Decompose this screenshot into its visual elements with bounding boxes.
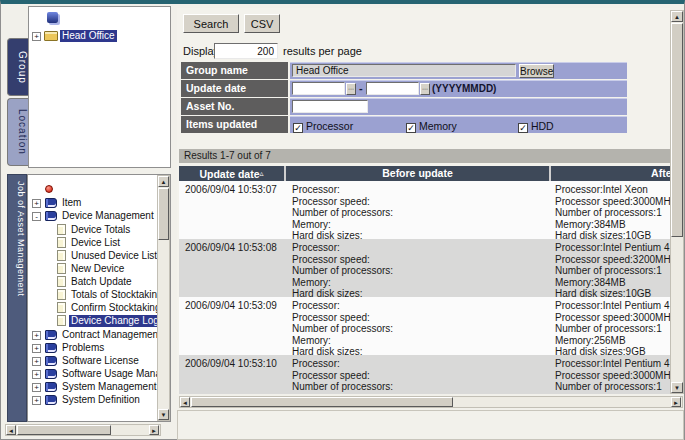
cell-after-update: Processor:Intel XeonProcessor speed:3000… [551, 181, 671, 239]
scroll-right-icon[interactable]: ► [671, 397, 681, 407]
asset-no-label: Asset No. [181, 98, 288, 115]
cell-before-update: Processor:Processor speed: Number of pro… [286, 239, 551, 297]
group-tree-panel: + Head Office [28, 6, 171, 168]
column-header-before-update[interactable]: Before update [286, 166, 551, 181]
book-icon [45, 198, 57, 208]
scroll-up-icon[interactable]: ▲ [158, 176, 169, 187]
group-tree-node-head-office[interactable]: Head Office [60, 30, 117, 42]
cell-update-date: 2006/09/04 10:53:08 [179, 239, 286, 297]
asset-no-row [290, 98, 627, 115]
collapse-icon[interactable]: - [32, 212, 41, 221]
items-updated-row: ✓ Processor ✓ Memory ✓ HDD [290, 116, 627, 133]
expand-icon[interactable]: + [32, 199, 41, 208]
folder-icon [44, 31, 58, 41]
cell-after-update: Processor:Intel Pentium 4Processor speed… [551, 355, 671, 394]
checkbox-processor-label: Processor [306, 120, 353, 132]
tree-item[interactable]: Software License [60, 355, 141, 367]
scroll-up-icon[interactable]: ▲ [671, 11, 683, 22]
cell-after-update: Processor:Intel Pentium 4Processor speed… [551, 297, 671, 355]
expand-icon[interactable]: + [32, 331, 41, 340]
tree-item-selected[interactable]: Device Change Log [69, 315, 161, 327]
results-grid-viewport: Update date▵ Before update After update … [179, 166, 671, 394]
date-picker-to-icon[interactable]: ⋯ [420, 83, 430, 95]
browse-button[interactable]: Browse [519, 64, 554, 78]
tree-item[interactable]: Contract Management [60, 329, 163, 341]
expand-icon[interactable]: + [32, 396, 41, 405]
tree-item[interactable]: Confirm Stocktaking Device [69, 302, 171, 314]
page-icon [57, 237, 66, 248]
checkbox-memory[interactable]: ✓ [406, 123, 416, 133]
page-icon [57, 315, 66, 326]
page-icon [57, 263, 66, 274]
update-date-from-input[interactable] [292, 82, 345, 95]
expand-icon[interactable]: + [32, 357, 41, 366]
tree-item[interactable]: Device List [69, 237, 122, 249]
scroll-down-icon[interactable]: ▼ [671, 382, 683, 393]
job-tab-strip[interactable]: Job of Asset Management [7, 174, 27, 422]
main-vscroll-thumb[interactable] [671, 23, 683, 237]
column-header-update-date[interactable]: Update date▵ [179, 166, 286, 181]
tree-item[interactable]: Device Management [60, 210, 156, 222]
asset-no-input[interactable] [292, 100, 368, 113]
page-icon [57, 289, 66, 300]
items-updated-label: Items updated [181, 116, 288, 133]
cell-before-update: Processor:Processor speed: Number of pro… [286, 181, 551, 239]
bottom-status-area [177, 410, 684, 440]
date-range-separator: - [359, 82, 363, 94]
table-row[interactable]: 2006/09/04 10:53:10 Processor:Processor … [179, 355, 671, 394]
table-row[interactable]: 2006/09/04 10:53:09 Processor:Processor … [179, 297, 671, 355]
book-icon [45, 356, 57, 366]
checkbox-processor[interactable]: ✓ [293, 123, 303, 133]
csv-button[interactable]: CSV [244, 14, 280, 33]
date-picker-from-icon[interactable]: ⋯ [346, 83, 356, 95]
page-icon [57, 250, 66, 261]
checkbox-memory-label: Memory [419, 120, 457, 132]
scroll-left-icon[interactable]: ◄ [6, 425, 16, 435]
page-icon [57, 302, 66, 313]
cell-update-date: 2006/09/04 10:53:09 [179, 297, 286, 355]
tree-item[interactable]: Item [60, 197, 83, 209]
column-header-after-update[interactable]: After update [551, 166, 671, 181]
job-tree-panel: + Item - Device Management Device Totals… [27, 174, 171, 422]
group-name-row: Browse [290, 62, 627, 79]
expand-icon[interactable]: + [32, 344, 41, 353]
tab-location[interactable]: Location [7, 98, 28, 166]
tree-item[interactable]: Totals of Stocktaking-Unexe [69, 289, 171, 301]
expand-icon[interactable]: + [32, 383, 41, 392]
tree-item[interactable]: System Definition [60, 394, 142, 406]
expand-icon[interactable]: + [32, 370, 41, 379]
table-row[interactable]: 2006/09/04 10:53:07 Processor:Processor … [179, 181, 671, 239]
checkbox-hdd[interactable]: ✓ [518, 123, 528, 133]
job-tree-vscroll-thumb[interactable] [158, 188, 169, 240]
update-date-label: Update date [181, 80, 288, 97]
scroll-down-icon[interactable]: ▼ [158, 409, 169, 420]
main-hscroll-thumb[interactable] [191, 397, 453, 407]
tree-item[interactable]: Software Usage Management [60, 368, 171, 380]
tree-item[interactable]: Batch Update [69, 276, 134, 288]
job-tree-hscroll-thumb[interactable] [17, 425, 111, 435]
tree-item[interactable]: Unused Device List [69, 250, 159, 262]
tree-item[interactable]: System Management [60, 381, 159, 393]
scroll-left-icon[interactable]: ◄ [180, 397, 190, 407]
sort-ascending-icon[interactable]: ▵ [260, 169, 264, 178]
tab-group[interactable]: Group [7, 38, 28, 96]
tree-item[interactable]: Device Totals [69, 224, 132, 236]
group-name-input[interactable] [292, 64, 516, 77]
results-summary: Results 1-7 out of 7 [179, 149, 670, 163]
expand-icon[interactable]: + [32, 32, 41, 41]
page-icon [57, 276, 66, 287]
page-icon [57, 224, 66, 235]
results-grid-header: Update date▵ Before update After update [179, 166, 671, 181]
scroll-right-icon[interactable]: ► [149, 425, 159, 435]
table-row[interactable]: 2006/09/04 10:53:08 Processor:Processor … [179, 239, 671, 297]
results-per-page-input[interactable] [214, 43, 278, 59]
group-name-label: Group name [181, 62, 288, 79]
main-content-panel: Search CSV Display results per page Grou… [177, 8, 670, 394]
book-icon [45, 343, 57, 353]
tree-item[interactable]: New Device [69, 263, 126, 275]
application-window: Group Location + Head Office Job of Asse… [0, 0, 685, 440]
search-button[interactable]: Search [183, 14, 239, 33]
update-date-to-input[interactable] [366, 82, 419, 95]
tree-item[interactable]: Problems [60, 342, 106, 354]
display-suffix: results per page [283, 45, 362, 57]
